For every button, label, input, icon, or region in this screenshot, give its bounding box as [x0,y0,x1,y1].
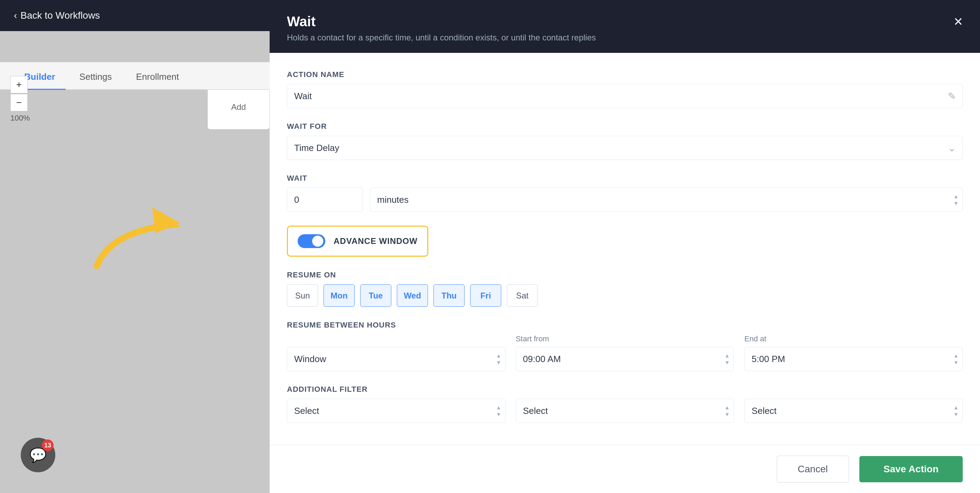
zoom-controls: + − 100% [10,76,30,124]
filter2-wrapper: Select ▴ ▾ [516,399,734,423]
toggle-thumb [312,236,323,247]
filter3-select[interactable]: Select [744,399,963,423]
panel-title: Wait [287,14,596,29]
start-up-icon: ▴ [725,352,729,358]
filter1-up-icon: ▴ [497,404,500,411]
action-name-input[interactable] [287,84,963,108]
start-from-col: Start from 09:00 AM ▴ ▾ [516,334,734,371]
filter2-spinner: ▴ ▾ [725,404,729,417]
panel-subtitle: Holds a contact for a specific time, unt… [287,33,596,43]
wait-unit-wrapper: minutes hours days ▴ ▾ [370,188,963,212]
day-fri[interactable]: Fri [470,284,501,307]
filter2-up-icon: ▴ [725,404,729,411]
back-label: Back to Workflows [21,10,100,21]
day-sun[interactable]: Sun [287,284,318,307]
wait-for-group: WAIT FOR Time Delay ⌄ [287,122,963,160]
advance-window-label: ADVANCE WINDOW [334,236,418,246]
window-col: Window ▴ ▾ [287,343,505,371]
panel-footer: Cancel Save Action [270,445,980,493]
window-select[interactable]: Window [287,347,505,371]
end-at-select[interactable]: 5:00 PM [744,347,963,371]
hours-row: Window ▴ ▾ Start from 09:00 AM [287,334,963,371]
resume-on-label: RESUME ON [287,271,963,279]
day-wed[interactable]: Wed [397,284,428,307]
end-at-col: End at 5:00 PM ▴ ▾ [744,334,963,371]
action-name-group: ACTION NAME ✎ [287,70,963,108]
wait-for-select[interactable]: Time Delay [287,136,963,160]
back-to-workflows-link[interactable]: ‹ Back to Workflows [14,10,100,21]
filter-row: Select ▴ ▾ Select ▴ ▾ [287,399,963,423]
filter1-down-icon: ▾ [497,411,500,417]
day-sat[interactable]: Sat [507,284,538,307]
panel-header: Wait Holds a contact for a specific time… [270,0,980,53]
filter3-down-icon: ▾ [955,411,958,417]
additional-filter-label: ADDITIONAL FILTER [287,385,963,394]
canvas-add-node: Add [207,85,270,130]
window-down-icon: ▾ [497,359,500,366]
cancel-button[interactable]: Cancel [777,456,849,483]
back-arrow-icon: ‹ [14,10,17,21]
start-from-select-wrapper: 09:00 AM ▴ ▾ [516,347,734,371]
chat-badge: 13 [42,439,54,451]
wait-unit-select[interactable]: minutes hours days [370,188,963,212]
action-name-input-wrapper: ✎ [287,84,963,108]
end-down-icon: ▾ [955,359,958,366]
start-from-label: Start from [516,334,734,343]
wait-label: WAIT [287,174,963,183]
window-select-wrapper: Window ▴ ▾ [287,347,505,371]
day-mon[interactable]: Mon [323,284,355,307]
days-row: Sun Mon Tue Wed Thu Fri Sat [287,284,963,307]
day-thu[interactable]: Thu [433,284,465,307]
close-panel-button[interactable]: × [954,14,963,29]
filter2-down-icon: ▾ [725,411,729,417]
advance-window-toggle[interactable] [298,234,325,248]
day-tue[interactable]: Tue [360,284,391,307]
tab-enrollment[interactable]: Enrollment [126,65,189,89]
spinner-down-icon: ▾ [955,200,958,206]
filter1-spinner: ▴ ▾ [497,404,500,417]
filter1-select[interactable]: Select [287,399,505,423]
window-up-icon: ▴ [497,352,500,358]
zoom-out-button[interactable]: − [10,94,28,111]
end-spinner: ▴ ▾ [955,352,958,366]
spinner-arrows: ▴ ▾ [955,193,958,206]
wait-for-select-wrapper: Time Delay ⌄ [287,136,963,160]
end-at-select-wrapper: 5:00 PM ▴ ▾ [744,347,963,371]
resume-between-label: RESUME BETWEEN HOURS [287,320,963,330]
panel-body: ACTION NAME ✎ WAIT FOR Time Delay ⌄ WAIT [270,53,980,445]
zoom-level: 100% [10,112,30,124]
start-spinner: ▴ ▾ [725,352,729,366]
wait-number-input[interactable] [287,188,363,212]
filter2-select[interactable]: Select [516,399,734,423]
tab-settings[interactable]: Settings [69,65,123,89]
additional-filter-group: ADDITIONAL FILTER Select ▴ ▾ Select [287,385,963,423]
filter1-wrapper: Select ▴ ▾ [287,399,505,423]
edit-icon: ✎ [948,90,956,102]
advance-window-row: ADVANCE WINDOW [287,226,428,257]
spinner-up-icon: ▴ [955,193,958,199]
wait-group: WAIT minutes hours days ▴ ▾ [287,174,963,212]
start-from-select[interactable]: 09:00 AM [516,347,734,371]
save-action-button[interactable]: Save Action [859,456,963,482]
canvas-add-label: Add [231,102,246,112]
tabs-bar: Builder Settings Enrollment [0,62,270,90]
canvas-area: Builder Settings Enrollment + − 100% Add [0,31,270,493]
zoom-in-button[interactable]: + [10,76,28,93]
end-up-icon: ▴ [955,352,958,358]
wait-row: minutes hours days ▴ ▾ [287,188,963,212]
right-panel: Wait Holds a contact for a specific time… [270,0,980,493]
resume-between-group: RESUME BETWEEN HOURS Window ▴ ▾ [287,320,963,371]
window-spinner: ▴ ▾ [497,352,500,366]
wait-for-label: WAIT FOR [287,122,963,131]
action-name-label: ACTION NAME [287,70,963,79]
filter3-wrapper: Select ▴ ▾ [744,399,963,423]
resume-on-group: RESUME ON Sun Mon Tue Wed Thu Fri Sat [287,271,963,307]
filter3-spinner: ▴ ▾ [955,404,958,417]
end-at-label: End at [744,334,963,343]
start-down-icon: ▾ [725,359,729,366]
chat-bubble-button[interactable]: 💬 13 [21,438,55,472]
filter3-up-icon: ▴ [955,404,958,411]
